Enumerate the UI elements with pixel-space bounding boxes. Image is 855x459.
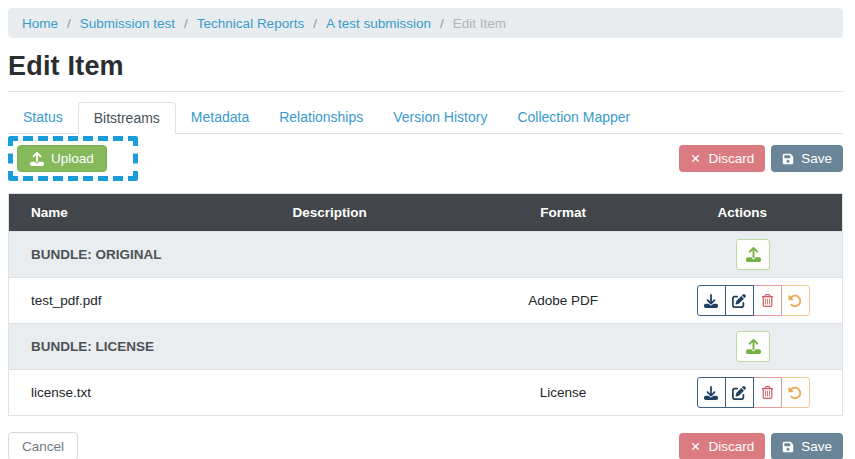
action-button-group (697, 377, 810, 408)
undo-icon (788, 294, 802, 308)
x-mark-icon (690, 153, 701, 164)
edit-item-page: Home / Submission test / Technical Repor… (0, 0, 855, 459)
header-actions: Actions (642, 194, 842, 232)
download-icon (704, 294, 718, 308)
edit-button[interactable] (725, 285, 754, 316)
undo-button[interactable] (781, 377, 810, 408)
file-format: Adobe PDF (484, 278, 642, 324)
edit-icon (732, 386, 746, 400)
header-description: Description (175, 194, 484, 232)
discard-button-label: Discard (708, 439, 754, 454)
edit-icon (732, 294, 746, 308)
footer-actions: Cancel Discard Save (8, 432, 843, 459)
x-mark-icon (690, 441, 701, 452)
discard-button-label: Discard (708, 151, 754, 166)
table-row-file-license-txt: license.txt License (9, 370, 843, 416)
delete-button[interactable] (753, 285, 782, 316)
bundle-actions (642, 324, 842, 370)
table-row-bundle-original: BUNDLE: ORIGINAL (9, 232, 843, 278)
breadcrumb-link-submission-test[interactable]: Submission test (80, 16, 175, 31)
header-format: Format (484, 194, 642, 232)
breadcrumb-link-technical-reports[interactable]: Technical Reports (197, 16, 304, 31)
breadcrumb-separator: / (440, 16, 444, 31)
upload-button[interactable]: Upload (17, 145, 107, 172)
floppy-disk-icon (782, 441, 794, 453)
breadcrumb: Home / Submission test / Technical Repor… (8, 8, 843, 38)
save-button-top[interactable]: Save (771, 145, 843, 172)
delete-button[interactable] (753, 377, 782, 408)
tab-status[interactable]: Status (8, 102, 78, 133)
table-row-file-test-pdf: test_pdf.pdf Adobe PDF (9, 278, 843, 324)
bitstreams-toolbar: Upload Discard Save (8, 136, 843, 181)
breadcrumb-separator: / (67, 16, 71, 31)
file-description (175, 278, 484, 324)
tab-bitstreams[interactable]: Bitstreams (78, 102, 176, 134)
upload-icon (30, 152, 44, 166)
discard-button-top[interactable]: Discard (679, 145, 765, 172)
action-button-group (697, 285, 810, 316)
bundle-name: BUNDLE: ORIGINAL (9, 232, 176, 278)
tab-bar: Status Bitstreams Metadata Relationships… (8, 102, 843, 134)
bitstreams-table: Name Description Format Actions BUNDLE: … (8, 193, 843, 416)
trash-icon (761, 294, 774, 307)
download-icon (704, 386, 718, 400)
title-divider (8, 91, 843, 92)
breadcrumb-separator: / (313, 16, 317, 31)
cancel-button-label: Cancel (22, 439, 64, 454)
file-actions (642, 370, 842, 416)
edit-button[interactable] (725, 377, 754, 408)
floppy-disk-icon (782, 153, 794, 165)
breadcrumb-separator: / (184, 16, 188, 31)
file-actions (642, 278, 842, 324)
table-header-row: Name Description Format Actions (9, 194, 843, 232)
breadcrumb-link-a-test-submission[interactable]: A test submission (326, 16, 431, 31)
file-description (175, 370, 484, 416)
file-name: license.txt (9, 370, 176, 416)
undo-button[interactable] (781, 285, 810, 316)
bundle-description (175, 324, 484, 370)
undo-icon (788, 386, 802, 400)
bundle-upload-button[interactable] (736, 239, 770, 270)
trash-icon (761, 386, 774, 399)
file-format: License (484, 370, 642, 416)
bundle-upload-button[interactable] (736, 331, 770, 362)
cancel-button[interactable]: Cancel (8, 432, 78, 459)
discard-button-bottom[interactable]: Discard (679, 433, 765, 459)
tab-version-history[interactable]: Version History (378, 102, 502, 133)
bundle-actions (642, 232, 842, 278)
bundle-format (484, 232, 642, 278)
save-button-label: Save (801, 151, 832, 166)
file-name: test_pdf.pdf (9, 278, 176, 324)
upload-button-label: Upload (51, 151, 94, 166)
tab-metadata[interactable]: Metadata (176, 102, 264, 133)
bundle-description (175, 232, 484, 278)
save-button-label: Save (801, 439, 832, 454)
page-title: Edit Item (8, 51, 843, 82)
save-button-bottom[interactable]: Save (771, 433, 843, 459)
breadcrumb-link-home[interactable]: Home (22, 16, 58, 31)
breadcrumb-current-edit-item: Edit Item (453, 16, 506, 31)
upload-icon (746, 247, 761, 262)
upload-icon (746, 339, 761, 354)
download-button[interactable] (697, 377, 726, 408)
table-row-bundle-license: BUNDLE: LICENSE (9, 324, 843, 370)
tab-relationships[interactable]: Relationships (264, 102, 378, 133)
tab-collection-mapper[interactable]: Collection Mapper (502, 102, 645, 133)
header-name: Name (9, 194, 176, 232)
bundle-name: BUNDLE: LICENSE (9, 324, 176, 370)
bundle-format (484, 324, 642, 370)
upload-highlight-annotation: Upload (8, 136, 138, 181)
download-button[interactable] (697, 285, 726, 316)
